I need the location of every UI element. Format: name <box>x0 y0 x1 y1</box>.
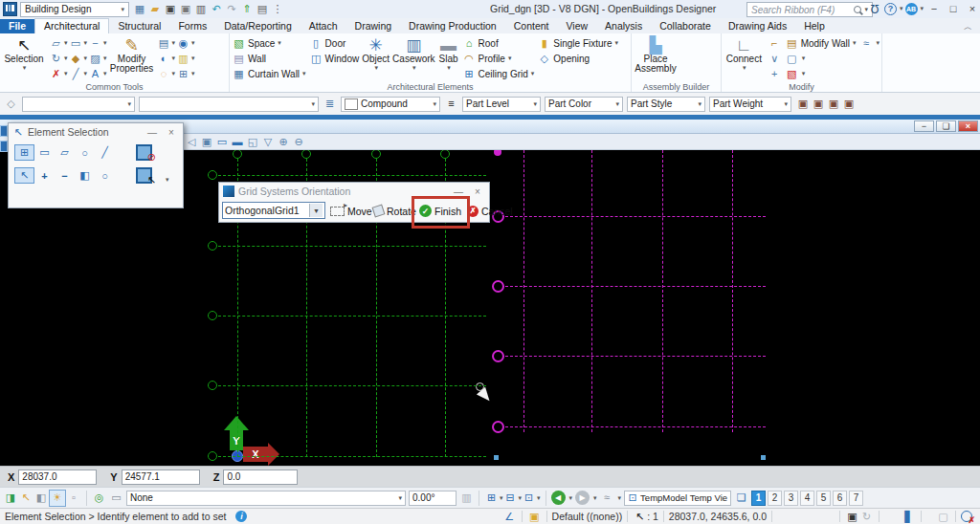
view-restore-icon[interactable]: ❏ <box>936 120 956 132</box>
grid-bubble[interactable] <box>494 150 501 156</box>
running-snap-icon[interactable] <box>502 510 517 524</box>
tab-data-reporting[interactable]: Data/Reporting <box>215 19 301 33</box>
close-window-icon[interactable]: × <box>964 2 980 16</box>
select-individual-tool[interactable]: ⊞ <box>14 144 34 161</box>
save-icon[interactable] <box>845 510 859 524</box>
print-icon[interactable] <box>255 2 270 17</box>
search-icon[interactable] <box>854 6 861 13</box>
view-toggle-3[interactable]: 3 <box>784 491 798 506</box>
grid-bubble[interactable] <box>301 150 311 159</box>
select-circle-tool[interactable]: ○ <box>75 144 95 161</box>
zoom-out-icon[interactable] <box>291 135 306 148</box>
move-button[interactable]: Move <box>330 202 372 220</box>
active-angle-input[interactable]: 0.00° <box>409 491 457 506</box>
tab-architectural[interactable]: Architectural <box>34 18 109 33</box>
tab-collaborate[interactable]: Collaborate <box>651 19 720 33</box>
view-toggle-7[interactable]: 7 <box>849 491 863 506</box>
minimize-window-icon[interactable]: − <box>925 2 943 16</box>
view-previous-icon[interactable]: ◀ <box>551 491 566 505</box>
save-as-icon[interactable] <box>178 2 193 17</box>
grid-dialog-titlebar[interactable]: Grid Systems Orientation — × <box>219 183 489 200</box>
display-rules-button[interactable]: ▾ <box>176 35 195 51</box>
part-level-dropdown[interactable]: Part Level▾ <box>462 97 541 112</box>
part-weight-dropdown[interactable]: Part Weight▾ <box>709 97 791 112</box>
fence-button[interactable]: ▾ <box>69 35 88 51</box>
view-groups-icon[interactable]: ▾ <box>484 491 503 506</box>
space-button[interactable]: Space▾ <box>232 35 306 51</box>
roof-button[interactable]: Roof <box>462 35 535 51</box>
tab-file[interactable]: File <box>0 19 34 33</box>
selection-scope-dropdown[interactable]: None ▾ <box>126 491 406 506</box>
grid-bubble[interactable] <box>208 451 217 461</box>
part-color-dropdown[interactable]: Part Color▾ <box>545 97 623 112</box>
pan-view-icon[interactable] <box>600 491 614 505</box>
minimize-icon[interactable]: — <box>145 126 160 139</box>
door-button[interactable]: Door <box>309 35 360 51</box>
grid-bubble[interactable] <box>492 280 504 293</box>
window-list-icon[interactable] <box>936 510 950 524</box>
ortho-mode-icon[interactable] <box>49 490 66 507</box>
grid-line-horizontal[interactable] <box>505 356 766 357</box>
grid-bubble[interactable] <box>371 150 381 159</box>
place-assembly-button[interactable]: Place Assembly <box>634 34 678 74</box>
select-all-button[interactable]: ↖ <box>136 167 152 184</box>
grid-bubble[interactable] <box>492 350 504 362</box>
active-level-dropdown[interactable]: Compound ▾ <box>341 97 440 112</box>
casework-button[interactable]: Casework▾ <box>392 34 434 72</box>
window-area-icon[interactable] <box>245 135 260 148</box>
finish-button[interactable]: ✓ Finish <box>419 202 461 220</box>
x-coordinate-input[interactable]: 28037.0 <box>18 469 97 485</box>
search-button[interactable]: ▾ <box>157 66 176 81</box>
grid-line-vertical[interactable] <box>523 150 524 432</box>
slab-button[interactable]: Slab▾ <box>438 34 459 72</box>
element-template-icon[interactable] <box>4 97 18 111</box>
level-manager-icon[interactable] <box>323 97 337 111</box>
change-attributes-button[interactable]: ▾ <box>88 51 107 66</box>
select-shape-tool[interactable]: ▱ <box>55 144 75 161</box>
manage-view-groups-icon[interactable] <box>734 491 748 505</box>
grid-bubble[interactable] <box>440 150 450 159</box>
object-button[interactable]: Object▾ <box>362 34 390 72</box>
rotate-button[interactable]: ▾ <box>49 51 68 66</box>
grid-line-horizontal[interactable] <box>505 286 766 287</box>
selection-scope-icon[interactable] <box>109 491 123 505</box>
accusnap-toggle-icon[interactable] <box>18 491 33 506</box>
lock-weight-icon[interactable] <box>841 97 857 112</box>
render-mode-icon[interactable] <box>260 135 276 148</box>
view-close-icon[interactable]: × <box>958 120 978 132</box>
sync-icon[interactable] <box>859 510 874 524</box>
save-icon[interactable] <box>163 2 178 17</box>
line-weight-icon[interactable] <box>444 97 458 111</box>
view-minimize-icon[interactable]: − <box>914 120 934 132</box>
view-next-icon[interactable]: ▶ <box>575 491 590 505</box>
rotate-button[interactable]: Rotate <box>373 202 416 220</box>
wall-button[interactable]: Wall <box>232 51 306 66</box>
profile-button[interactable]: Profile▾ <box>462 51 535 66</box>
place-text-button[interactable]: ▾ <box>88 66 107 81</box>
accudraw-toggle-icon[interactable] <box>3 491 18 506</box>
chevron-down-icon[interactable]: ▾ <box>921 5 924 12</box>
help-icon[interactable]: ? <box>884 3 897 15</box>
explorer-book-icon[interactable] <box>902 510 916 524</box>
grid-line-horizontal[interactable] <box>218 316 486 317</box>
grid-bubble[interactable] <box>233 150 242 159</box>
element-template-dropdown[interactable]: ▾ <box>139 97 319 112</box>
workflow-selector[interactable]: Building Design ▾ <box>20 2 129 17</box>
grid-line-horizontal[interactable] <box>218 175 486 176</box>
selection-mode-overlap[interactable]: ○ <box>95 167 115 184</box>
chevron-down-icon[interactable]: ▾ <box>900 5 903 12</box>
selection-count[interactable]: : 1 <box>647 511 658 522</box>
tab-help[interactable]: Help <box>795 19 834 33</box>
trim-button[interactable]: ▾ <box>88 35 107 51</box>
grid-line-horizontal[interactable] <box>505 426 766 427</box>
view-group-dropdown[interactable]: TempModel Temp Vie ▾ <box>624 491 731 506</box>
fence-toggle-icon[interactable] <box>66 491 81 506</box>
match-properties-button[interactable]: ▾ <box>157 51 176 66</box>
lock-style-icon[interactable] <box>826 97 841 112</box>
modify-wall-button[interactable]: Modify Wall▾ <box>785 35 857 51</box>
grid-line-vertical[interactable] <box>662 150 663 432</box>
tab-attach[interactable]: Attach <box>301 19 346 33</box>
grid-line-vertical[interactable] <box>591 150 592 432</box>
import-icon[interactable] <box>193 2 209 17</box>
insert-vertex-button[interactable] <box>768 66 782 81</box>
